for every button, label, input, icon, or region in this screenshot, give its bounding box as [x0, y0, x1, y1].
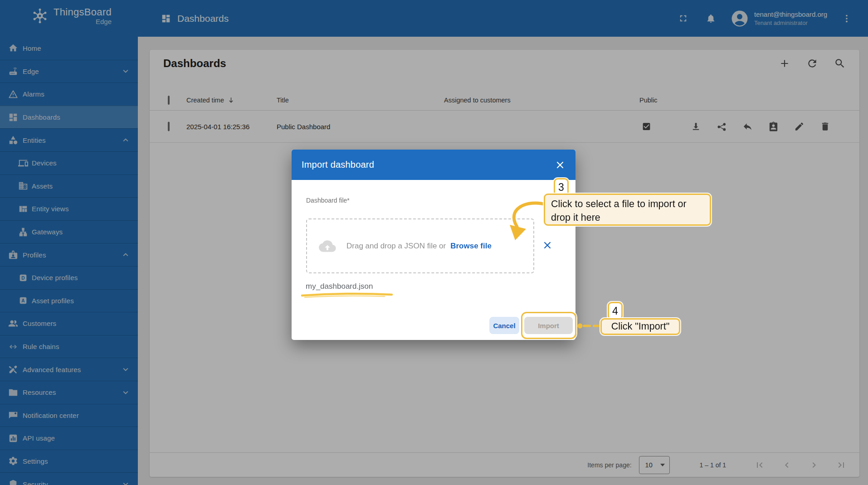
selected-file-name: my_dashboard.json — [306, 282, 373, 291]
import-dashboard-modal: Import dashboard Dashboard file* Drag an… — [292, 150, 575, 340]
step-4-callout: Click "Import" — [600, 318, 680, 335]
close-icon[interactable] — [555, 160, 566, 170]
modal-header: Import dashboard — [292, 150, 575, 180]
cancel-button[interactable]: Cancel — [489, 317, 519, 334]
dashboard-file-label: Dashboard file* — [306, 197, 350, 204]
browse-file-link[interactable]: Browse file — [450, 242, 492, 251]
modal-title: Import dashboard — [302, 160, 555, 170]
dropzone-text: Drag and drop a JSON file or — [346, 242, 446, 251]
step-4-badge: 4 — [608, 302, 623, 320]
clear-file-icon[interactable] — [542, 240, 552, 250]
file-dropzone[interactable]: Drag and drop a JSON file or Browse file — [306, 218, 534, 273]
step-3-callout: Click to select a file to import or drop… — [544, 194, 711, 226]
cloud-upload-icon — [319, 238, 336, 255]
import-button-highlight-ring — [521, 312, 576, 339]
